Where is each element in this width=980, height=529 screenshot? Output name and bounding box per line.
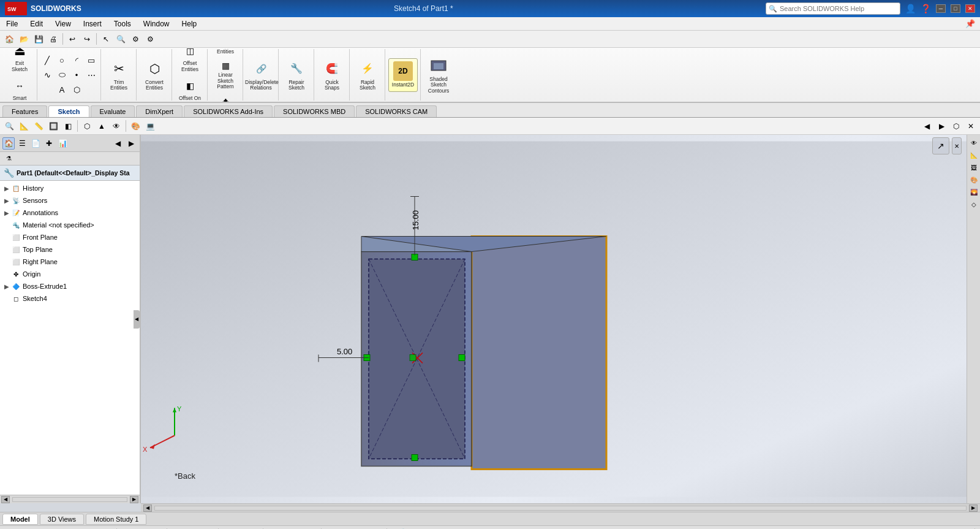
display2-icon[interactable]: 👁: [110, 120, 123, 133]
scroll-left-btn[interactable]: ◀: [1, 496, 10, 503]
tab-model[interactable]: Model: [2, 514, 38, 525]
feature-tree-icon[interactable]: 🏠: [2, 137, 15, 150]
display-manager-icon[interactable]: 📊: [56, 137, 69, 150]
quick-snaps-button[interactable]: 🧲 Quick Snaps: [317, 57, 347, 93]
new-button[interactable]: 🏠: [2, 32, 16, 46]
minimize-panel-icon[interactable]: ◀: [920, 120, 933, 133]
point-btn[interactable]: •: [70, 68, 83, 82]
decal-icon[interactable]: ◇: [968, 199, 979, 210]
tree-item-front-plane[interactable]: ⬜ Front Plane: [0, 231, 140, 243]
display-delete-button[interactable]: 🔗 Display/Delete Relations: [246, 57, 276, 93]
prev-panel-icon[interactable]: ◀: [111, 137, 124, 150]
tab-sketch[interactable]: Sketch: [48, 105, 89, 117]
tab-evaluate[interactable]: Evaluate: [91, 105, 135, 117]
measure-icon[interactable]: 📏: [32, 120, 45, 133]
appearance-panel-icon[interactable]: 🎨: [968, 174, 979, 185]
user-icon[interactable]: 👤: [905, 4, 916, 13]
maximize-panel-icon[interactable]: ▶: [935, 120, 948, 133]
next-panel-icon[interactable]: ▶: [125, 137, 137, 150]
expand-boss[interactable]: ▶: [2, 282, 11, 291]
filter-icon[interactable]: 🔍: [2, 120, 16, 133]
convert-entities-button[interactable]: ⬡ Convert Entities: [140, 57, 169, 93]
tab-mbd[interactable]: SOLIDWORKS MBD: [274, 105, 355, 117]
menu-edit[interactable]: Edit: [24, 17, 49, 30]
tree-item-top-plane[interactable]: ⬜ Top Plane: [0, 243, 140, 256]
tree-item-sensors[interactable]: ▶ 📡 Sensors: [0, 194, 140, 207]
undo-button[interactable]: ↩: [66, 32, 79, 46]
scene-icon[interactable]: 🌄: [968, 186, 979, 197]
view-orient-button[interactable]: ↗: [932, 137, 949, 154]
tree-item-annotations[interactable]: ▶ 📝 Annotations: [0, 207, 140, 219]
expand-history[interactable]: ▶: [2, 184, 11, 192]
display-icon[interactable]: 🔲: [47, 120, 60, 133]
select-button[interactable]: ↖: [99, 32, 113, 46]
hscroll-left[interactable]: ◀: [143, 504, 152, 512]
mirror-entities-button[interactable]: ⧈ Mirror Entities: [211, 48, 240, 57]
zoom-button[interactable]: 🔍: [114, 32, 127, 46]
panel-collapse-handle[interactable]: ◀: [134, 310, 140, 329]
tree-item-right-plane[interactable]: ⬜ Right Plane: [0, 256, 140, 268]
menu-help[interactable]: Help: [176, 17, 203, 30]
view-panel-close[interactable]: ✕: [952, 137, 962, 154]
float-icon[interactable]: ⬡: [949, 120, 963, 133]
scroll-right-btn[interactable]: ▶: [130, 496, 138, 503]
menu-tools[interactable]: Tools: [108, 17, 137, 30]
circle-btn[interactable]: ○: [55, 53, 69, 67]
hscroll-right[interactable]: ▶: [969, 504, 978, 512]
tree-item-sketch4[interactable]: ◻ Sketch4: [0, 292, 140, 305]
minimize-button[interactable]: ─: [936, 4, 946, 13]
save-button[interactable]: 💾: [32, 32, 45, 46]
maximize-button[interactable]: □: [951, 4, 960, 13]
exit-sketch-button[interactable]: ⏏ Exit Sketch: [5, 48, 34, 74]
search-input[interactable]: [780, 5, 872, 12]
help-icon[interactable]: ❓: [921, 4, 931, 13]
tab-motion-study[interactable]: Motion Study 1: [86, 514, 146, 525]
trim-entities-button[interactable]: ✂ Trim Entities: [104, 57, 134, 93]
angle-icon[interactable]: 📐: [17, 120, 31, 133]
hscroll-track[interactable]: [154, 506, 967, 511]
canvas-area[interactable]: 5.00 15.00 Y X *Back 👁 📐 🖼 🎨 🌄: [141, 135, 980, 503]
line-btn[interactable]: ╱: [40, 53, 54, 67]
scroll-track[interactable]: [12, 497, 127, 502]
property-manager-icon[interactable]: ☰: [16, 137, 28, 150]
appearance-icon[interactable]: 🎨: [129, 120, 142, 133]
linear-sketch-pattern-button[interactable]: ▦ Linear Sketch Pattern: [211, 58, 240, 92]
tab-3dviews[interactable]: 3D Views: [40, 514, 84, 525]
pin-icon[interactable]: 📌: [965, 19, 975, 28]
search-bar[interactable]: 🔍: [766, 2, 900, 15]
tree-item-material[interactable]: 🔩 Material <not specified>: [0, 219, 140, 231]
menu-file[interactable]: File: [0, 17, 24, 30]
tree-item-boss-extrude1[interactable]: ▶ 🔷 Boss-Extrude1: [0, 280, 140, 292]
shaded-sketch-button[interactable]: Shaded Sketch Contours: [424, 54, 453, 96]
smart-dimension-button[interactable]: ↔️ Smart Dimension: [5, 75, 34, 103]
tab-addins[interactable]: SOLIDWORKS Add-Ins: [184, 105, 273, 117]
close-panel-icon[interactable]: ✕: [964, 120, 978, 133]
centerline-btn[interactable]: ⋯: [85, 68, 98, 82]
dim-expert-icon[interactable]: ✚: [43, 137, 55, 150]
tree-item-history[interactable]: ▶ 📋 History: [0, 182, 140, 194]
rect-btn[interactable]: ▭: [85, 53, 98, 67]
spline-btn[interactable]: ∿: [40, 68, 54, 82]
print-button[interactable]: 🖨: [47, 32, 60, 46]
view-angle-icon[interactable]: 📐: [968, 150, 979, 161]
expand-annotations[interactable]: ▶: [2, 208, 11, 217]
menu-window[interactable]: Window: [137, 17, 176, 30]
arc-btn[interactable]: ◜: [70, 53, 83, 67]
text-btn[interactable]: A: [55, 83, 69, 96]
monitor-icon[interactable]: 💻: [143, 120, 157, 133]
rapid-sketch-button[interactable]: ⚡ Rapid Sketch: [353, 57, 382, 93]
tab-cam[interactable]: SOLIDWORKS CAM: [356, 105, 437, 117]
solid-icon[interactable]: ⬡: [80, 120, 94, 133]
repair-sketch-button[interactable]: 🔧 Repair Sketch: [282, 57, 311, 93]
menu-insert[interactable]: Insert: [77, 17, 108, 30]
config-manager-icon[interactable]: 📄: [29, 137, 42, 150]
tree-item-origin[interactable]: ✤ Origin: [0, 268, 140, 280]
tab-dimxpert[interactable]: DimXpert: [136, 105, 183, 117]
move-entities-button[interactable]: ✥ Move Entities: [211, 93, 240, 104]
instant2d-button[interactable]: 2D Instant2D: [388, 58, 418, 92]
display-state-icon[interactable]: 🖼: [968, 162, 979, 173]
close-button[interactable]: ✕: [965, 4, 975, 13]
open-button[interactable]: 📂: [17, 32, 31, 46]
offset-surface-button[interactable]: ◧ Offset On Surface: [175, 75, 205, 103]
menu-view[interactable]: View: [49, 17, 77, 30]
